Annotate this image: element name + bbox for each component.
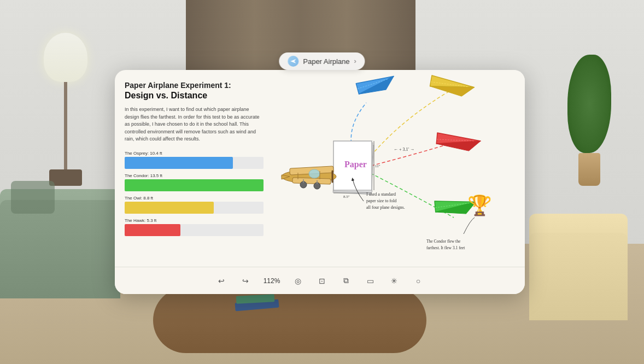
lamp [33, 33, 98, 186]
card-content: Paper Airplane Experiment 1: Design vs. … [115, 70, 525, 267]
blue-plane [356, 74, 396, 97]
bar-outer-osprey [125, 157, 264, 169]
undo-button[interactable]: ↩ [214, 273, 229, 289]
tool-rect-button[interactable]: ▭ [362, 273, 378, 289]
tool-duplicate-button[interactable]: ⧉ [338, 273, 354, 289]
bar-row-hawk: The Hawk: 5.3 ft [125, 218, 264, 236]
bar-label-hawk: The Hawk: 5.3 ft [125, 218, 264, 223]
plant [567, 55, 611, 191]
bar-label-osprey: The Osprey: 10.4 ft [125, 151, 264, 156]
tool-ellipse-button[interactable]: ○ [411, 273, 426, 289]
chair [529, 233, 628, 320]
tool-circle-button[interactable]: ◎ [290, 273, 306, 289]
bar-outer-owl [125, 202, 264, 214]
bar-fill-owl [125, 202, 214, 214]
bar-fill-hawk [125, 224, 180, 236]
airplanes-svg: Paper 8.5" 11" I used a standard paper s… [273, 70, 525, 267]
experiment-description: In this experiment, I want to find out w… [125, 106, 264, 143]
svg-text:I used a standard: I used a standard [366, 192, 396, 197]
bar-outer-hawk [125, 224, 264, 236]
lamp-pole [64, 82, 67, 169]
plant-pot [578, 153, 600, 186]
tool-star-button[interactable]: ✳ [387, 273, 402, 289]
experiment-title-line2: Design vs. Distance [125, 91, 264, 101]
svg-text:paper size to fold: paper size to fold [366, 198, 396, 203]
nav-title: Paper Airplane [303, 57, 349, 66]
svg-text:farthest. It flew 3.1 feet: farthest. It flew 3.1 feet [426, 245, 465, 250]
bottom-toolbar: ↩ ↪ 112% ◎ ⊡ ⧉ ▭ ✳ ○ [115, 267, 525, 294]
top-navigation[interactable]: Paper Airplane › [279, 52, 365, 70]
text-panel: Paper Airplane Experiment 1: Design vs. … [115, 70, 273, 267]
svg-text:8.5": 8.5" [343, 195, 350, 199]
sofa-cushion [11, 181, 55, 214]
bar-row-osprey: The Osprey: 10.4 ft [125, 151, 264, 169]
bar-chart: The Osprey: 10.4 ftThe Condor: 13.5 ftTh… [125, 151, 264, 236]
tool-frame-button[interactable]: ⊡ [314, 273, 330, 289]
plant-foliage [567, 55, 611, 153]
svg-text:← + 3.1' →: ← + 3.1' → [394, 147, 414, 152]
svg-text:The Condor flew the: The Condor flew the [426, 239, 461, 244]
illustration-panel: Paper 8.5" 11" I used a standard paper s… [273, 70, 525, 267]
bar-outer-condor [125, 179, 264, 191]
main-content-card: Paper Airplane Experiment 1: Design vs. … [115, 70, 525, 294]
lamp-shade [44, 33, 87, 82]
coffee-table [153, 287, 426, 353]
nav-app-icon [288, 56, 298, 67]
bar-row-condor: The Condor: 13.5 ft [125, 173, 264, 191]
svg-point-27 [309, 169, 320, 178]
experiment-title-line1: Paper Airplane Experiment 1: [125, 81, 264, 90]
trophy: 🏆 [467, 193, 492, 217]
bar-label-owl: The Owl: 8.8 ft [125, 196, 264, 201]
zoom-level: 112% [262, 277, 282, 285]
svg-text:Paper: Paper [344, 160, 367, 169]
bar-fill-condor [125, 179, 264, 191]
yellow-plane [429, 75, 475, 98]
svg-text:11": 11" [375, 164, 380, 168]
bar-label-condor: The Condor: 13.5 ft [125, 173, 264, 178]
bar-row-owl: The Owl: 8.8 ft [125, 196, 264, 214]
svg-text:🏆: 🏆 [467, 193, 492, 217]
bar-fill-osprey [125, 157, 233, 169]
redo-button[interactable]: ↪ [238, 273, 253, 289]
vintage-plane [282, 166, 336, 189]
svg-text:all four plane designs.: all four plane designs. [366, 205, 405, 210]
sofa [0, 200, 120, 298]
nav-chevron-icon: › [354, 57, 356, 65]
red-plane [436, 133, 481, 152]
